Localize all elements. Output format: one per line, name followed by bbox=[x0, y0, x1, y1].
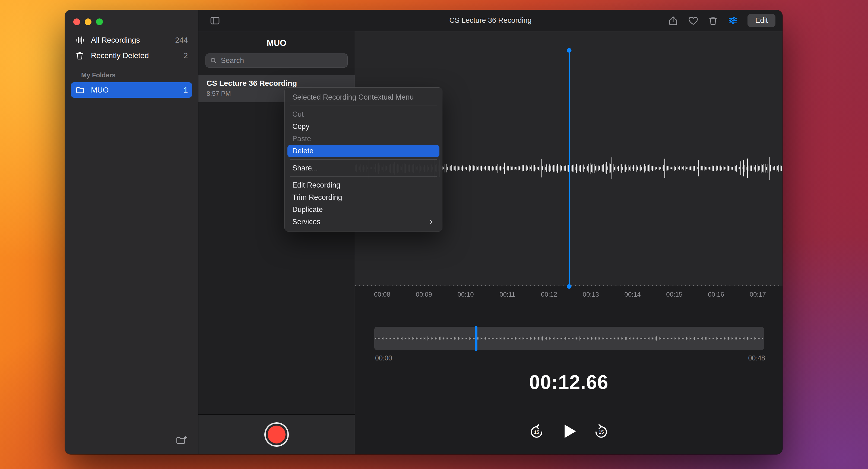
share-icon bbox=[668, 15, 679, 26]
list-header-title: MUO bbox=[198, 31, 355, 54]
sidebar-item-count: 1 bbox=[184, 86, 188, 94]
window-content: CS Lecture 36 Recording bbox=[198, 10, 782, 454]
context-menu-item-cut: Cut bbox=[287, 108, 439, 121]
skip-forward-15-icon: 15 bbox=[593, 423, 610, 440]
play-icon bbox=[559, 421, 579, 442]
record-dot-icon bbox=[268, 426, 285, 443]
folder-icon bbox=[75, 85, 87, 95]
context-menu-item-copy[interactable]: Copy bbox=[287, 121, 439, 133]
menu-separator bbox=[290, 159, 437, 160]
record-button[interactable] bbox=[265, 422, 289, 447]
search-field[interactable] bbox=[206, 54, 348, 68]
favorite-button[interactable] bbox=[688, 15, 699, 26]
ruler-tick: 00:14 bbox=[612, 291, 653, 298]
play-button[interactable] bbox=[559, 421, 579, 442]
ruler-tick: 00:15 bbox=[654, 291, 694, 298]
sidebar: All Recordings 244 Recently Deleted 2 My… bbox=[65, 10, 198, 454]
window-title: CS Lecture 36 Recording bbox=[449, 16, 531, 25]
ruler-tick: 00:08 bbox=[362, 291, 403, 298]
ruler-tick: 00:16 bbox=[696, 291, 736, 298]
share-button[interactable] bbox=[668, 15, 679, 26]
trash-icon bbox=[75, 51, 87, 60]
playhead[interactable] bbox=[569, 51, 570, 286]
context-menu-title: Selected Recording Contextual Menu bbox=[285, 91, 442, 103]
waveform-icon bbox=[75, 35, 87, 45]
overview-start-time: 00:00 bbox=[375, 354, 392, 362]
sidebar-item-label: MUO bbox=[91, 86, 108, 94]
context-menu-item-services[interactable]: Services bbox=[287, 216, 439, 228]
ruler-tick: 00:10 bbox=[445, 291, 486, 298]
skip-back-button[interactable]: 15 bbox=[528, 423, 545, 440]
context-menu: Selected Recording Contextual Menu Cut C… bbox=[284, 87, 442, 231]
close-button[interactable] bbox=[73, 19, 80, 25]
context-menu-item-delete[interactable]: Delete bbox=[287, 145, 439, 157]
ruler-tick: 00:13 bbox=[570, 291, 611, 298]
skip-forward-button[interactable]: 15 bbox=[593, 423, 610, 440]
sidebar-item-count: 244 bbox=[175, 36, 188, 44]
playback-settings-button[interactable] bbox=[727, 15, 738, 26]
menu-separator bbox=[290, 105, 437, 106]
overview-end-time: 00:48 bbox=[748, 354, 765, 362]
menu-separator bbox=[290, 177, 437, 177]
sidebar-item-label: Recently Deleted bbox=[91, 51, 149, 60]
edit-button[interactable]: Edit bbox=[747, 14, 775, 27]
overview-playhead[interactable] bbox=[475, 326, 477, 351]
sidebar-item-label: All Recordings bbox=[91, 36, 140, 44]
trash-icon bbox=[708, 15, 718, 26]
recording-title: CS Lecture 36 Recording bbox=[207, 79, 347, 88]
context-menu-item-edit-recording[interactable]: Edit Recording bbox=[287, 179, 439, 191]
sidebar-toggle-button[interactable] bbox=[209, 15, 221, 26]
delete-recording-button[interactable] bbox=[708, 15, 718, 26]
window-controls bbox=[65, 10, 198, 25]
sidebar-section-my-folders: My Folders bbox=[71, 63, 192, 82]
skip-back-15-icon: 15 bbox=[528, 423, 545, 440]
playback-controls: 15 15 bbox=[355, 421, 782, 442]
current-time-display: 00:12.66 bbox=[355, 371, 782, 393]
minimize-button[interactable] bbox=[85, 19, 91, 25]
ruler-tick: 00:09 bbox=[404, 291, 444, 298]
overview-scrubber[interactable] bbox=[374, 327, 764, 350]
new-folder-button[interactable] bbox=[175, 434, 188, 447]
record-footer bbox=[198, 414, 355, 454]
ruler-tick: 00:17 bbox=[738, 291, 778, 298]
heart-icon bbox=[688, 15, 699, 26]
overview-canvas bbox=[374, 327, 764, 350]
voice-memos-window: All Recordings 244 Recently Deleted 2 My… bbox=[65, 10, 782, 454]
context-menu-item-duplicate[interactable]: Duplicate bbox=[287, 204, 439, 216]
svg-text:15: 15 bbox=[598, 430, 603, 435]
sidebar-item-muo[interactable]: MUO 1 bbox=[71, 82, 192, 98]
svg-text:15: 15 bbox=[534, 430, 539, 435]
search-icon bbox=[210, 56, 217, 65]
menu-item-label: Services bbox=[292, 218, 320, 226]
sidebar-item-all-recordings[interactable]: All Recordings 244 bbox=[71, 32, 192, 48]
chevron-right-icon bbox=[428, 218, 435, 225]
context-menu-item-paste: Paste bbox=[287, 133, 439, 145]
context-menu-item-share[interactable]: Share... bbox=[287, 162, 439, 174]
context-menu-item-trim-recording[interactable]: Trim Recording bbox=[287, 191, 439, 204]
ruler-tick: 00:12 bbox=[529, 291, 569, 298]
time-ruler: 00:08 00:09 00:10 00:11 00:12 00:13 00:1… bbox=[355, 287, 782, 304]
ruler-tick: 00:11 bbox=[487, 291, 528, 298]
sidebar-item-recently-deleted[interactable]: Recently Deleted 2 bbox=[71, 48, 192, 63]
titlebar: CS Lecture 36 Recording bbox=[198, 10, 782, 31]
search-input[interactable] bbox=[220, 56, 344, 65]
sidebar-item-count: 2 bbox=[184, 51, 188, 60]
playback-settings-icon bbox=[727, 15, 738, 26]
zoom-button[interactable] bbox=[96, 19, 103, 25]
